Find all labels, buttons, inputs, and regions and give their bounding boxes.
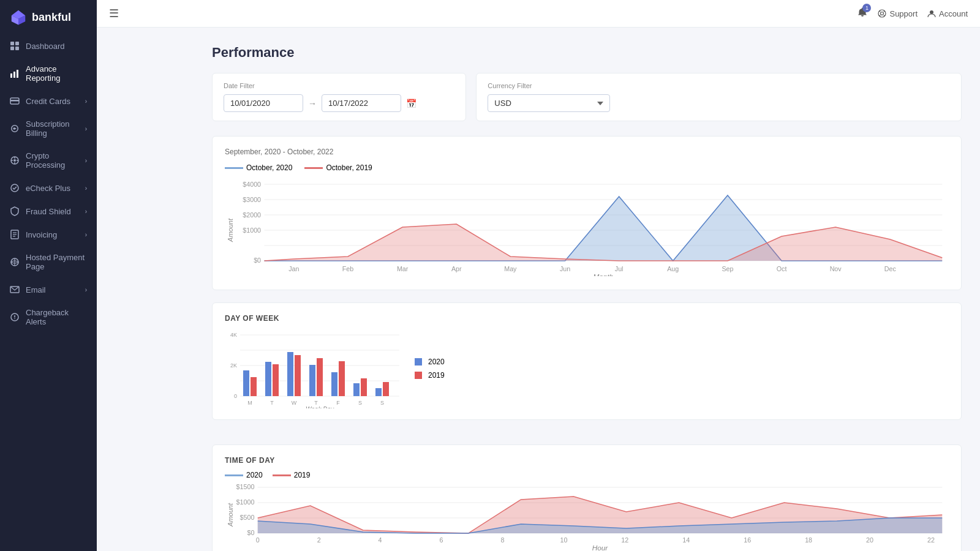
tod-legend-2019-label: 2019	[294, 471, 311, 479]
sidebar-item-crypto-processing-chevron: ›	[85, 157, 87, 164]
svg-rect-83	[361, 378, 367, 396]
sidebar-item-email-chevron: ›	[85, 287, 87, 293]
sidebar-item-advance-reporting[interactable]: Advance Reporting	[0, 58, 97, 89]
svg-text:Amount: Amount	[227, 503, 234, 527]
svg-point-31	[881, 12, 884, 15]
svg-rect-10	[17, 70, 18, 78]
chart-legend: October, 2020 October, 2019	[225, 163, 949, 172]
svg-text:16: 16	[744, 537, 751, 544]
currency-filter-label: Currency Filter	[488, 82, 950, 89]
support-button[interactable]: Support	[878, 9, 918, 18]
sidebar-item-chargeback-alerts[interactable]: Chargeback Alerts	[0, 301, 97, 333]
svg-rect-77	[295, 355, 301, 396]
notification-badge: 1	[862, 4, 871, 12]
time-of-day-section: TIME OF DAY 2020 2019 $1500 $1000 $500 $…	[212, 444, 962, 551]
day-of-week-title: DAY OF WEEK	[225, 314, 949, 323]
svg-text:S: S	[380, 400, 384, 406]
time-of-day-chart: $1500 $1000 $500 $0 Amount 0 2 4 6 8 10 …	[225, 484, 949, 551]
svg-text:M: M	[247, 400, 252, 406]
svg-text:W: W	[292, 400, 297, 406]
sidebar-item-hosted-payment-page[interactable]: Hosted Payment Page	[0, 246, 97, 278]
sidebar-item-invoicing-chevron: ›	[85, 231, 87, 238]
svg-text:Feb: Feb	[342, 266, 354, 272]
svg-text:22: 22	[927, 537, 935, 544]
legend-oct-2020: October, 2020	[225, 163, 292, 172]
svg-text:$0: $0	[247, 530, 254, 536]
sidebar-item-fraud-shield[interactable]: Fraud Shield ›	[0, 200, 97, 223]
svg-text:F: F	[336, 400, 340, 406]
calendar-icon[interactable]: 📅	[406, 99, 417, 108]
svg-text:Apr: Apr	[451, 266, 462, 272]
legend-oct-2019-label: October, 2019	[326, 163, 372, 172]
time-of-day-title: TIME OF DAY	[225, 456, 949, 465]
tod-legend-2019: 2019	[273, 471, 311, 479]
sidebar-item-email-label: Email	[26, 285, 46, 294]
svg-point-29	[14, 318, 15, 320]
main-chart-section: September, 2020 - October, 2022 October,…	[212, 136, 962, 290]
svg-rect-8	[10, 73, 12, 78]
svg-text:18: 18	[805, 537, 812, 544]
page-title: Performance	[212, 45, 962, 61]
sidebar-item-email[interactable]: Email ›	[0, 278, 97, 301]
svg-rect-76	[287, 352, 293, 396]
svg-text:Sep: Sep	[722, 266, 733, 272]
dow-legend-2019-label: 2019	[428, 371, 445, 380]
svg-text:$2000: $2000	[243, 212, 261, 219]
sidebar-item-hosted-payment-page-label: Hosted Payment Page	[26, 253, 87, 271]
sidebar-item-advance-reporting-label: Advance Reporting	[26, 64, 87, 83]
notification-bell[interactable]: 1	[857, 7, 868, 20]
tod-legend-2020-label: 2020	[246, 471, 263, 479]
svg-text:0: 0	[234, 393, 237, 399]
svg-rect-72	[243, 370, 249, 396]
svg-rect-4	[10, 42, 14, 45]
sidebar-item-echeck-plus[interactable]: eCheck Plus ›	[0, 176, 97, 200]
legend-oct-2020-label: October, 2020	[246, 163, 292, 172]
svg-rect-7	[15, 47, 19, 50]
svg-text:Nov: Nov	[830, 266, 842, 272]
currency-select[interactable]: USD EUR GBP CAD	[488, 94, 610, 112]
sidebar-item-crypto-processing[interactable]: Crypto Processing ›	[0, 144, 97, 176]
sidebar-item-dashboard-label: Dashboard	[26, 42, 65, 51]
date-from-input[interactable]	[224, 94, 303, 112]
svg-rect-6	[10, 47, 14, 50]
dow-legend-2019: 2019	[415, 371, 445, 380]
main-area-chart: $4000 $3000 $2000 $1000 $0 Amount Jan Fe…	[225, 178, 949, 276]
legend-line-red	[304, 167, 323, 169]
svg-rect-81	[339, 361, 345, 396]
svg-text:Jan: Jan	[288, 266, 300, 272]
svg-text:Mar: Mar	[397, 266, 409, 272]
hamburger-menu[interactable]: ☰	[109, 7, 119, 20]
svg-text:20: 20	[866, 537, 873, 544]
main-content: Performance Date Filter → 📅 Currency Fil…	[194, 28, 980, 551]
svg-rect-5	[15, 42, 19, 45]
svg-text:Jul: Jul	[615, 266, 624, 272]
date-filter-label: Date Filter	[224, 82, 454, 89]
sidebar-item-dashboard[interactable]: Dashboard	[0, 34, 97, 58]
svg-point-14	[13, 159, 16, 162]
sidebar-item-credit-cards-chevron: ›	[85, 98, 87, 105]
date-filter-card: Date Filter → 📅	[212, 73, 466, 121]
svg-rect-73	[251, 377, 257, 396]
svg-point-36	[930, 10, 933, 14]
svg-text:Jun: Jun	[560, 266, 571, 272]
sidebar-item-credit-cards[interactable]: Credit Cards ›	[0, 89, 97, 113]
app-logo[interactable]: bankful	[0, 0, 97, 34]
svg-text:Aug: Aug	[667, 266, 679, 272]
svg-text:$500: $500	[239, 514, 254, 521]
svg-text:8: 8	[500, 537, 504, 544]
svg-text:May: May	[504, 266, 517, 272]
svg-rect-79	[317, 358, 323, 396]
svg-text:Hour: Hour	[592, 544, 609, 551]
sidebar-item-subscription-billing[interactable]: Subscription Billing ›	[0, 113, 97, 144]
account-button[interactable]: Account	[927, 9, 968, 18]
date-range-arrow: →	[308, 99, 317, 108]
svg-text:4: 4	[379, 537, 382, 544]
svg-text:T: T	[314, 400, 318, 406]
sidebar-item-invoicing[interactable]: Invoicing ›	[0, 223, 97, 246]
sidebar: bankful Dashboard Advance Reporting Cred…	[0, 0, 97, 551]
day-of-week-chart: 4K 2K 0	[225, 329, 409, 408]
sidebar-item-subscription-billing-chevron: ›	[85, 126, 87, 132]
date-to-input[interactable]	[322, 94, 401, 112]
svg-text:$3000: $3000	[243, 197, 261, 203]
day-of-week-section: DAY OF WEEK 4K 2K 0	[212, 302, 962, 420]
